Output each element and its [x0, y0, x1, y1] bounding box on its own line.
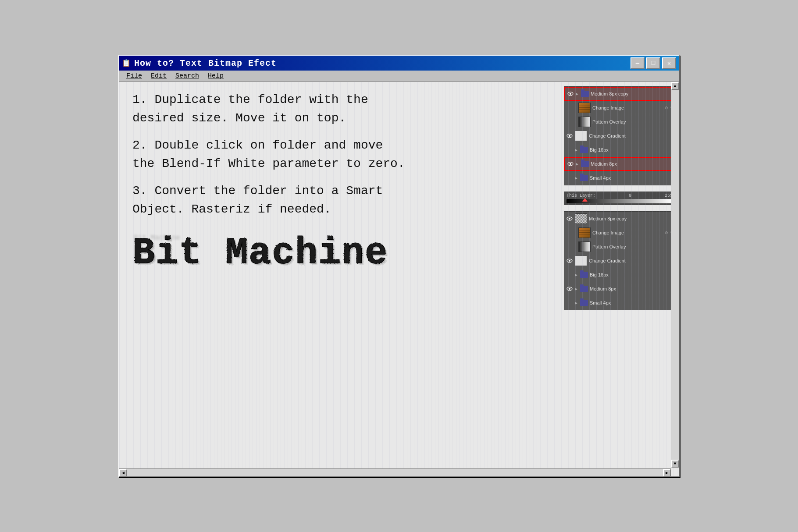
layer-label-pattern-overlay-top: Pattern Overlay	[592, 119, 673, 124]
step1-text: 1. Duplicate the folder with thedesired …	[132, 91, 547, 128]
panels-area: ▶ Medium 8px copy Change Image ⊙ ∨	[560, 82, 679, 476]
bitmap-title-container: Bit Machine	[132, 232, 547, 274]
folder-icon-big-16px-bot	[580, 272, 588, 278]
eye-icon-small-4px-top[interactable]	[566, 174, 573, 181]
layer-label-medium-8px-top: Medium 8px	[591, 161, 672, 167]
maximize-button[interactable]: □	[646, 57, 660, 69]
main-window: 📋 How to? Text Bitmap Efect — □ ✕ File E…	[118, 55, 680, 477]
blend-value-left: 0	[629, 193, 631, 198]
link-icon-top: ⊙	[665, 106, 668, 110]
thumb-medium-8px-copy-bot	[575, 213, 587, 224]
eye-icon-change-gradient-bot[interactable]	[566, 257, 573, 264]
scroll-right-button[interactable]: ▶	[663, 469, 671, 477]
layer-pattern-overlay-bot[interactable]: Pattern Overlay	[568, 240, 675, 254]
blend-slider-arrow	[582, 198, 588, 202]
menu-file[interactable]: File	[122, 71, 146, 81]
eye-icon-medium-8px-top[interactable]	[567, 160, 574, 167]
eye-icon-change-gradient-top[interactable]	[566, 132, 573, 139]
layer-change-image-top[interactable]: Change Image ⊙ ∨	[568, 101, 675, 115]
layer-label-pattern-overlay-bot: Pattern Overlay	[592, 244, 673, 249]
thumb-change-image-bot	[578, 227, 591, 238]
window-body: 1. Duplicate the folder with thedesired …	[119, 82, 679, 476]
eye-icon-medium-8px-bot[interactable]	[566, 285, 573, 292]
chevron-small4: ▶	[575, 176, 577, 180]
menu-help[interactable]: Help	[203, 71, 228, 81]
eye-icon-small-4px-bot[interactable]	[566, 299, 573, 306]
folder-icon-medium-8px-copy-top	[581, 91, 589, 97]
layer-change-gradient-top[interactable]: Change Gradient	[564, 129, 675, 143]
title-buttons: — □ ✕	[631, 57, 676, 69]
thumb-pattern-overlay-top	[578, 117, 591, 127]
layer-label-small-4px-top: Small 4px	[590, 175, 673, 181]
title-bar: 📋 How to? Text Bitmap Efect — □ ✕	[119, 56, 679, 71]
step3-text: 3. Convert the folder into a SmartObject…	[132, 182, 547, 219]
layer-small-4px-bot[interactable]: ▶ Small 4px	[564, 296, 675, 310]
eye-icon-big-16px-top[interactable]	[566, 146, 573, 153]
bitmap-title-text: Bit Machine	[132, 232, 388, 274]
chevron-top: ▶	[576, 92, 578, 96]
eye-icon-big-16px-bot[interactable]	[566, 271, 573, 278]
svg-point-7	[569, 218, 570, 220]
thumb-change-gradient-top	[575, 131, 587, 141]
eye-icon-medium-8px-copy-bot[interactable]	[566, 215, 573, 222]
thumb-pattern-overlay-bot	[578, 241, 591, 252]
panel-top: ▶ Medium 8px copy Change Image ⊙ ∨	[564, 86, 675, 185]
close-button[interactable]: ✕	[662, 57, 676, 69]
scroll-left-button[interactable]: ◀	[119, 469, 127, 477]
chevron-big16-bot: ▶	[575, 273, 577, 277]
window-icon: 📋	[122, 59, 131, 67]
svg-point-9	[569, 260, 570, 262]
layer-change-gradient-bot[interactable]: Change Gradient	[564, 254, 675, 268]
svg-point-5	[570, 163, 571, 165]
menu-edit[interactable]: Edit	[146, 71, 171, 81]
layer-medium-8px-top[interactable]: ▶ Medium 8px	[564, 157, 675, 171]
eye-icon-change-image-top[interactable]	[570, 104, 577, 111]
layer-label-small-4px-bot: Small 4px	[590, 300, 673, 305]
scroll-up-button[interactable]: ▲	[671, 82, 679, 90]
thumb-change-gradient-bot	[575, 255, 587, 266]
blend-slider-area: This Layer: 0 255	[564, 192, 675, 205]
menu-search[interactable]: Search	[171, 71, 203, 81]
layer-medium-8px-bot[interactable]: ▶ Medium 8px	[564, 282, 675, 296]
layer-medium-8px-copy-bot[interactable]: Medium 8px copy	[564, 212, 675, 226]
layer-label-big-16px-bot: Big 16px	[590, 272, 673, 277]
window-title: How to? Text Bitmap Efect	[134, 58, 277, 68]
layer-label-change-gradient-bot: Change Gradient	[589, 258, 673, 263]
layer-big-16px-bot[interactable]: ▶ Big 16px	[564, 268, 675, 282]
folder-icon-big-16px-top	[580, 147, 588, 153]
minimize-button[interactable]: —	[631, 57, 645, 69]
bitmap-title: Bit Machine	[132, 232, 388, 274]
link-icon-bot: ⊙	[665, 231, 668, 235]
layer-label-big-16px-top: Big 16px	[590, 147, 673, 153]
step2-text: 2. Double click on folder and movethe Bl…	[132, 136, 547, 173]
layer-label-change-gradient-top: Change Gradient	[589, 133, 673, 138]
menu-bar: File Edit Search Help	[119, 71, 679, 82]
chevron-med8: ▶	[576, 162, 578, 166]
chevron-small4-bot: ▶	[575, 301, 577, 305]
svg-point-1	[570, 93, 571, 95]
layer-small-4px-top[interactable]: ▶ Small 4px	[564, 171, 675, 185]
thumb-change-image-top	[578, 103, 591, 113]
folder-icon-medium-8px-top	[581, 161, 589, 167]
blend-slider-track[interactable]	[566, 199, 673, 203]
layer-medium-8px-copy-top[interactable]: ▶ Medium 8px copy	[564, 87, 675, 101]
eye-icon-change-image-bot[interactable]	[570, 229, 577, 236]
scroll-down-button[interactable]: ▼	[671, 460, 679, 468]
scroll-track-v[interactable]	[671, 90, 679, 460]
layer-big-16px-top[interactable]: ▶ Big 16px	[564, 143, 675, 157]
scrollbar-horizontal: ◀ ▶	[119, 468, 671, 476]
eye-icon-pattern-overlay-top[interactable]	[570, 118, 577, 125]
layer-label-medium-8px-copy-bot: Medium 8px copy	[589, 216, 673, 221]
layer-label-change-image-top: Change Image	[592, 105, 663, 110]
layer-change-image-bot[interactable]: Change Image ⊙ ∨	[568, 226, 675, 240]
eye-icon-pattern-overlay-bot[interactable]	[570, 243, 577, 250]
scroll-track-h[interactable]	[127, 469, 663, 476]
content-area: 1. Duplicate the folder with thedesired …	[119, 82, 560, 476]
layer-pattern-overlay-top[interactable]: Pattern Overlay	[568, 115, 675, 129]
svg-point-11	[569, 288, 570, 290]
title-bar-left: 📋 How to? Text Bitmap Efect	[122, 58, 277, 68]
eye-icon-medium-8px-copy-top[interactable]	[567, 90, 574, 97]
folder-icon-medium-8px-bot	[580, 286, 588, 292]
blend-this-layer-label: This Layer:	[566, 193, 595, 198]
layer-label-medium-8px-bot: Medium 8px	[590, 286, 673, 291]
